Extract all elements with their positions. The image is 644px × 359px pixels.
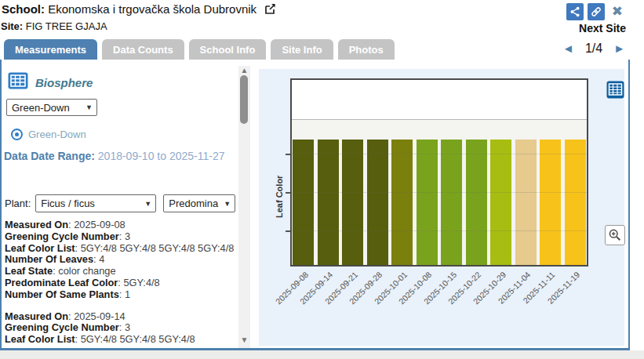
bar-2025-10-08[interactable] [417, 140, 438, 265]
measurement-field: Leaf State: color change [5, 265, 116, 277]
sidebar-scrollbar[interactable]: ▲ ▼ [238, 66, 250, 348]
chevron-down-icon: ▼ [224, 200, 231, 208]
chart-panel: Leaf Color 2025-09-082025-09-142025-09-2… [259, 69, 624, 346]
y-axis-label: Leaf Color [275, 130, 284, 263]
measurement-field: Greening Cycle Number: 3 [5, 230, 130, 242]
table-icon [8, 72, 28, 92]
window-actions: ✖ [566, 3, 623, 20]
pager-position: 1/4 [585, 42, 602, 56]
gridline [292, 154, 587, 154]
link-button[interactable] [588, 3, 605, 20]
plant-select[interactable]: Ficus / ficus ▼ [35, 194, 156, 212]
bar-2025-11-11[interactable] [540, 140, 561, 265]
school-name: Ekonomska i trgovačka škola Dubrovnik [48, 2, 257, 16]
site-name: FIG TREE GJAJA [26, 20, 107, 32]
tabs: MeasurementsData CountsSchool InfoSite I… [4, 39, 395, 60]
bar-2025-10-29[interactable] [490, 140, 511, 265]
school-line: School: Ekonomska i trgovačka škola Dubr… [2, 2, 276, 17]
biosphere-header: Biosphere [8, 72, 93, 92]
plot-divider-line [292, 119, 587, 120]
school-label: School: [2, 2, 45, 16]
bar-2025-09-28[interactable] [367, 140, 388, 265]
bar-2025-10-22[interactable] [466, 140, 487, 265]
plant-row: Plant: Ficus / ficus ▼ Predomina ▼ [5, 194, 235, 212]
site-line: Site: FIG TREE GJAJA [1, 20, 107, 32]
tab-bar: MeasurementsData CountsSchool InfoSite I… [0, 39, 630, 60]
tab-data-counts[interactable]: Data Counts [102, 39, 184, 60]
site-label: Site: [1, 20, 23, 32]
plant-label: Plant: [5, 198, 31, 209]
measurement-list: Measured On: 2025-09-08Greening Cycle Nu… [5, 219, 235, 348]
pager-prev-icon[interactable]: ◄ [562, 41, 574, 56]
chart-zoom-button[interactable] [605, 225, 625, 245]
next-site-label: Next Site [579, 22, 626, 34]
tab-site-info[interactable]: Site Info [271, 39, 333, 60]
date-range-label: Data Date Range: [4, 150, 95, 162]
measurement-field: Measured On: 2025-09-08 [5, 219, 126, 230]
bar-2025-09-14[interactable] [318, 140, 339, 265]
chevron-down-icon: ▼ [144, 200, 151, 208]
green-down-radio-row: Green-Down [11, 129, 86, 140]
magnifier-plus-icon [608, 228, 622, 242]
green-down-radio[interactable] [11, 129, 23, 140]
pager-next-icon[interactable]: ► [613, 41, 625, 56]
open-school-page-icon[interactable] [264, 2, 276, 17]
link-icon [590, 5, 602, 18]
predominant-select[interactable]: Predomina ▼ [163, 194, 235, 212]
bar-2025-09-21[interactable] [342, 140, 363, 265]
measurement-field: Predominate Leaf Color: 5GY:4/8 [5, 277, 160, 288]
measurement-field: Number Of Same Plants: 1 [5, 288, 130, 300]
share-button[interactable] [566, 3, 584, 20]
y-axis-tick [286, 192, 290, 194]
bar-2025-11-19[interactable] [565, 140, 586, 265]
data-table-button[interactable] [606, 81, 624, 102]
measurement-field: Leaf Color List: 5GY:4/8 5GY:4/8 5GY:4/8 [5, 333, 195, 345]
predominant-select-value: Predomina [169, 198, 218, 209]
measurement-field: Leaf Color List: 5GY:4/8 5GY:4/8 5GY:4/8… [5, 242, 234, 254]
scrollbar-thumb[interactable] [240, 75, 248, 124]
measurement-field: Number Of Leaves: 4 [5, 253, 104, 265]
table-icon [606, 81, 624, 99]
chevron-down-icon: ▼ [86, 103, 93, 111]
bar-2025-10-01[interactable] [391, 140, 413, 265]
gridline [292, 230, 587, 231]
bar-2025-11-04[interactable] [515, 140, 537, 265]
share-icon [569, 5, 581, 18]
bar-2025-10-15[interactable] [441, 140, 462, 265]
green-down-radio-label: Green-Down [28, 129, 86, 140]
plot-upper-band [292, 80, 587, 119]
tab-photos[interactable]: Photos [338, 39, 395, 60]
scroll-up-icon[interactable]: ▲ [238, 66, 250, 74]
measurement-entry: Measured On: 2025-09-08Greening Cycle Nu… [5, 219, 235, 301]
tab-measurements[interactable]: Measurements [4, 39, 97, 60]
y-axis-tick [286, 154, 290, 155]
section-title: Biosphere [35, 76, 93, 89]
site-data-window: School: Ekonomska i trgovačka škola Dubr… [0, 0, 630, 350]
data-date-range: Data Date Range: 2018-09-10 to 2025-11-2… [4, 147, 238, 165]
y-axis-tick [286, 230, 290, 232]
plant-select-value: Ficus / ficus [41, 198, 95, 209]
bar-2025-09-08[interactable] [293, 140, 314, 265]
scroll-down-icon[interactable]: ▼ [238, 335, 250, 344]
close-icon[interactable]: ✖ [612, 3, 623, 20]
tab-school-info[interactable]: School Info [189, 39, 267, 60]
measurements-content: Biosphere Green-Down ▼ Green-Down Data D… [0, 60, 630, 350]
date-range-value: 2018-09-10 to 2025-11-27 [98, 150, 225, 162]
plot-area [292, 80, 587, 265]
gridline [292, 192, 587, 193]
site-pager: ◄ 1/4 ► [562, 41, 625, 56]
measurement-field: Greening Cycle Number: 3 [5, 321, 130, 333]
protocol-select-value: Green-Down [12, 102, 70, 114]
protocol-select[interactable]: Green-Down ▼ [6, 99, 97, 116]
leaf-color-chart [290, 78, 588, 267]
measurement-entry: Measured On: 2025-09-14Greening Cycle Nu… [5, 311, 235, 346]
measurement-field: Measured On: 2025-09-14 [5, 310, 126, 322]
page-background-strip [0, 350, 644, 359]
